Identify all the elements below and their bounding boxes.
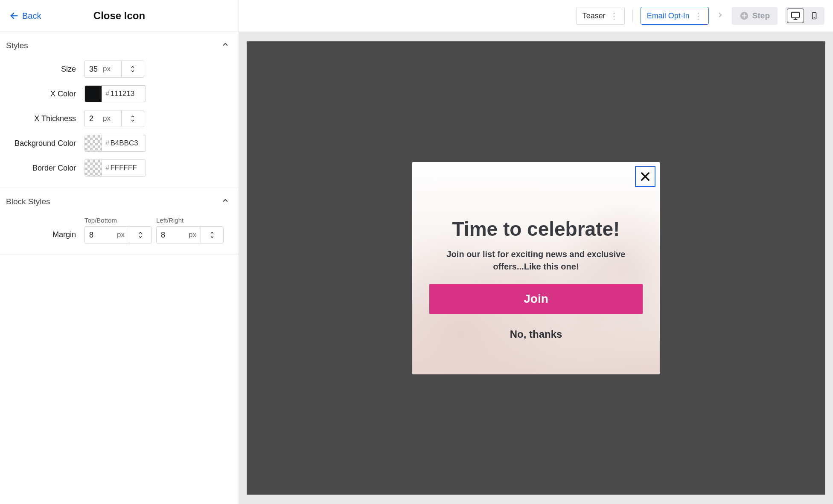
chevron-up-icon — [221, 197, 229, 206]
chevron-up-icon — [137, 231, 143, 235]
bgcolor-label: Background Color — [6, 139, 84, 148]
section-styles-title: Styles — [6, 41, 28, 50]
margin-tb-input[interactable] — [85, 231, 103, 240]
section-block-title: Block Styles — [6, 197, 50, 206]
desktop-icon — [791, 11, 800, 20]
margin-tb-unit: px — [117, 231, 129, 239]
xthick-input[interactable] — [85, 114, 103, 123]
device-toggle — [785, 7, 824, 25]
xthick-input-wrap: px — [84, 110, 121, 127]
step-optin-label: Email Opt-In — [647, 12, 690, 20]
size-unit: px — [103, 65, 111, 73]
step-teaser-label: Teaser — [583, 12, 606, 20]
bgcolor-value[interactable] — [109, 135, 142, 151]
margin-lr-unit: px — [189, 231, 201, 239]
popup-close-button[interactable] — [635, 166, 655, 187]
margin-lr-wrap: px — [156, 226, 201, 243]
xthick-stepper[interactable] — [121, 110, 144, 127]
close-icon — [639, 171, 651, 182]
xcolor-swatch — [85, 86, 102, 102]
bordercolor-input[interactable]: # — [84, 159, 146, 177]
hash-symbol: # — [102, 90, 109, 98]
kebab-icon[interactable]: ⋮ — [692, 11, 702, 21]
margin-tb-wrap: px — [84, 226, 129, 243]
back-label: Back — [22, 11, 41, 21]
margin-lr-label: Left/Right — [156, 217, 224, 224]
join-button[interactable]: Join — [429, 284, 643, 314]
stage: Time to celebrate! Join our list for exc… — [247, 41, 825, 495]
plus-circle-icon — [740, 11, 749, 20]
popup-preview: Time to celebrate! Join our list for exc… — [412, 162, 660, 374]
add-step-label: Step — [752, 11, 770, 20]
margin-label: Margin — [6, 230, 84, 243]
hash-symbol: # — [102, 139, 109, 148]
xthick-label: X Thickness — [6, 114, 84, 123]
chevron-up-icon — [209, 231, 215, 235]
popup-title: Time to celebrate! — [429, 217, 643, 240]
canvas: Time to celebrate! Join our list for exc… — [239, 32, 833, 504]
step-teaser[interactable]: Teaser ⋮ — [576, 7, 625, 25]
margin-lr-stepper[interactable] — [201, 226, 224, 243]
mobile-icon — [810, 11, 818, 20]
bordercolor-label: Border Color — [6, 164, 84, 173]
arrow-left-icon — [9, 11, 19, 20]
bordercolor-swatch — [85, 160, 102, 176]
bgcolor-input[interactable]: # — [84, 135, 146, 152]
size-input[interactable] — [85, 65, 103, 74]
section-block-header[interactable]: Block Styles — [0, 188, 239, 215]
size-label: Size — [6, 65, 84, 74]
chevron-up-icon — [130, 65, 136, 69]
chevron-up-icon — [130, 114, 136, 119]
chevron-right-icon — [716, 11, 724, 20]
xcolor-label: X Color — [6, 90, 84, 98]
bgcolor-swatch — [85, 135, 102, 151]
popup-subtitle: Join our list for exciting news and excl… — [429, 248, 643, 273]
mobile-view-button[interactable] — [806, 9, 823, 23]
margin-lr-input[interactable] — [157, 231, 175, 240]
chevron-down-icon — [137, 235, 143, 239]
xcolor-input[interactable]: # — [84, 85, 146, 102]
xcolor-value[interactable] — [109, 86, 142, 102]
back-button[interactable]: Back — [9, 11, 41, 21]
chevron-down-icon — [130, 119, 136, 123]
chevron-down-icon — [209, 235, 215, 239]
decline-link[interactable]: No, thanks — [429, 328, 643, 340]
panel-header: Back Close Icon — [0, 0, 239, 32]
kebab-icon[interactable]: ⋮ — [608, 11, 618, 21]
size-stepper[interactable] — [121, 61, 144, 78]
divider — [632, 9, 633, 22]
add-step-button[interactable]: Step — [732, 7, 778, 25]
section-block-styles: Block Styles Margin Top/Bottom — [0, 188, 239, 255]
bordercolor-value[interactable] — [109, 160, 142, 176]
xthick-unit: px — [103, 114, 111, 123]
size-input-wrap: px — [84, 61, 121, 78]
margin-tb-label: Top/Bottom — [84, 217, 152, 224]
section-styles: Styles Size px — [0, 32, 239, 188]
margin-tb-stepper[interactable] — [129, 226, 152, 243]
desktop-view-button[interactable] — [787, 9, 804, 23]
step-email-optin[interactable]: Email Opt-In ⋮ — [641, 7, 709, 25]
section-styles-header[interactable]: Styles — [0, 32, 239, 59]
chevron-up-icon — [221, 41, 229, 50]
svg-rect-2 — [792, 12, 799, 18]
chevron-down-icon — [130, 69, 136, 73]
top-bar: Teaser ⋮ Email Opt-In ⋮ Step — [239, 0, 833, 32]
preview-area: Teaser ⋮ Email Opt-In ⋮ Step — [239, 0, 833, 504]
hash-symbol: # — [102, 164, 109, 172]
properties-panel: Back Close Icon Styles Size — [0, 0, 239, 504]
